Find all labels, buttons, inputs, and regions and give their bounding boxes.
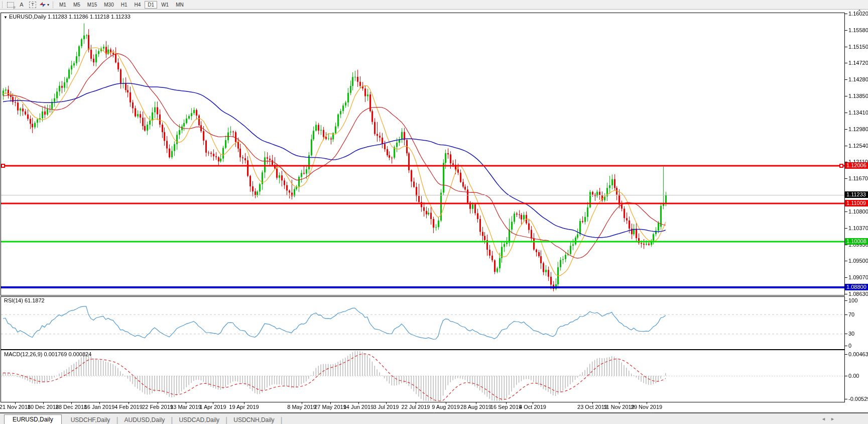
price-tick-label: 1.13850 xyxy=(848,93,868,99)
rsi-scale-label: 70 xyxy=(848,311,854,317)
date-label: 4 Oct 2019 xyxy=(519,404,546,410)
tab-eurusd[interactable]: EURUSD,Daily xyxy=(4,414,62,424)
hline-badge: 1.10008 xyxy=(845,238,868,245)
timeframe-buttons: M1M5M15M30H1H4D1W1MN xyxy=(56,1,187,9)
date-label: 16 Jan 2019 xyxy=(84,404,115,410)
price-tick-label: 1.15580 xyxy=(848,27,868,33)
date-label: 23 Oct 2019 xyxy=(577,404,607,410)
price-tick-label: 1.12540 xyxy=(848,143,868,149)
hline-badge: 1.11009 xyxy=(845,200,868,206)
chart-title: ▼ EURUSD,Daily 1.11283 1.11286 1.11218 1… xyxy=(4,14,131,20)
price-tick-label: 1.09070 xyxy=(848,274,868,280)
price-tick-label: 1.08630 xyxy=(848,291,868,297)
chart-canvas[interactable] xyxy=(0,0,868,424)
date-label: 10 Dec 2018 xyxy=(28,404,59,410)
price-tick-label: 1.15150 xyxy=(848,44,868,50)
price-tick-label: 1.10800 xyxy=(848,208,868,215)
tab-usdcnh[interactable]: USDCNH,Daily xyxy=(227,416,280,424)
text-icon[interactable]: A xyxy=(18,1,26,8)
rsi-label: RSI(14) 61.1872 xyxy=(4,297,45,303)
tf-button-mn[interactable]: MN xyxy=(173,1,187,9)
price-tick-label: 1.09500 xyxy=(848,258,868,264)
toolbar-drag-handle[interactable] xyxy=(2,2,3,8)
symbol-tab-bar: EURUSD,DailyUSDCHF,Daily|AUDUSD,Daily|US… xyxy=(0,413,868,424)
date-label: 28 Dec 2018 xyxy=(56,404,87,410)
price-tick-label: 1.14280 xyxy=(848,76,868,82)
tf-button-d1[interactable]: D1 xyxy=(145,1,157,9)
price-tick-label: 1.11670 xyxy=(848,175,868,181)
macd-scale-label: 0.00463 xyxy=(848,351,868,357)
tab-usdchf[interactable]: USDCHF,Daily xyxy=(65,416,116,424)
tabs-scroll-left-icon[interactable]: ◄ xyxy=(821,416,826,421)
quote-ohlc: 1.11283 1.11286 1.11218 1.11233 xyxy=(48,14,131,20)
date-label: 28 Aug 2019 xyxy=(460,404,491,410)
mt4-chart-window: F A T ▾ M1M5M15M30H1H4D1W1MN ▼ EURUSD,Da… xyxy=(0,0,868,424)
date-label: 3 Jul 2019 xyxy=(374,404,399,410)
text-label-glyph: T xyxy=(29,2,36,8)
date-label: 13 Mar 2019 xyxy=(170,404,201,410)
price-tick-label: 1.12980 xyxy=(848,126,868,132)
date-label: 19 Apr 2019 xyxy=(229,404,259,410)
macd-scale-label: 0.00 xyxy=(848,373,859,379)
arrows-glyph xyxy=(40,2,46,8)
symbol-label: EURUSD,Daily xyxy=(9,14,46,20)
macd-scale-label: -0.005299 xyxy=(848,396,868,402)
date-label: 14 Jun 2019 xyxy=(343,404,374,410)
date-label: 29 Nov 2019 xyxy=(631,404,662,410)
rsi-scale-label: 0 xyxy=(848,343,851,349)
selected-hline-badge: 1.12006 xyxy=(845,162,868,169)
price-tick-label: 1.13410 xyxy=(848,110,868,116)
macd-label: MACD(12,26,9) 0.001769 0.000824 xyxy=(4,351,91,357)
date-label: 11 Nov 2019 xyxy=(603,404,635,410)
fibonacci-grid-icon[interactable]: F xyxy=(7,1,15,8)
date-label: 8 May 2019 xyxy=(287,404,316,410)
tf-button-m5[interactable]: M5 xyxy=(70,1,83,9)
date-label: 9 Aug 2019 xyxy=(432,404,460,410)
tab-separator: | xyxy=(281,416,283,424)
tabs-scroll-right-icon[interactable]: ► xyxy=(830,416,835,421)
date-label: 16 Sep 2019 xyxy=(490,404,522,410)
tf-button-h1[interactable]: H1 xyxy=(118,1,131,9)
tf-button-m15[interactable]: M15 xyxy=(84,1,100,9)
date-label: 21 Nov 2018 xyxy=(0,404,31,410)
date-label: 22 Feb 2019 xyxy=(142,404,173,410)
date-label: 4 Feb 2019 xyxy=(114,404,143,410)
tab-audusd[interactable]: AUDUSD,Daily xyxy=(118,416,171,424)
price-tick-label: 1.16020 xyxy=(848,11,868,17)
arrows-icon[interactable]: ▾ xyxy=(40,1,49,8)
current-price-badge: 1.11233 xyxy=(845,191,868,198)
toolbar: F A T ▾ M1M5M15M30H1H4D1W1MN xyxy=(0,0,868,10)
tf-button-m30[interactable]: M30 xyxy=(101,1,116,9)
dropdown-caret-icon: ▾ xyxy=(47,3,49,7)
tf-button-w1[interactable]: W1 xyxy=(158,1,172,9)
hline-badge: 1.08800 xyxy=(845,284,868,290)
rsi-scale-label: 30 xyxy=(848,331,854,337)
fibonacci-grid-glyph: F xyxy=(7,2,14,8)
toolbar-separator xyxy=(53,2,54,8)
price-tick-label: 1.10370 xyxy=(848,225,868,231)
rsi-scale-label: 100 xyxy=(848,297,857,303)
date-label: 1 Apr 2019 xyxy=(199,404,226,410)
text-label-icon[interactable]: T xyxy=(29,1,37,8)
date-label: 22 Jul 2019 xyxy=(402,404,430,410)
tf-button-h4[interactable]: H4 xyxy=(132,1,144,9)
symbol-dropdown-icon[interactable]: ▼ xyxy=(4,15,8,20)
date-label: 27 May 2019 xyxy=(314,404,346,410)
tf-button-m1[interactable]: M1 xyxy=(56,1,69,9)
tab-usdcad[interactable]: USDCAD,Daily xyxy=(173,416,225,424)
price-tick-label: 1.14720 xyxy=(848,60,868,66)
